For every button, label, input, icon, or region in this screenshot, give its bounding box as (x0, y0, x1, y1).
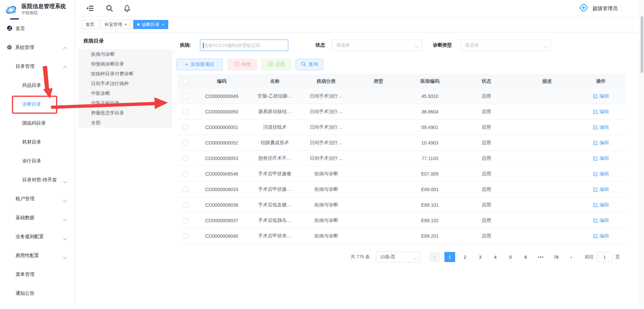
page-size-select[interactable]: 10条/页 (376, 252, 420, 262)
add-item-button[interactable]: + 添加新项目 (176, 59, 223, 70)
sidebar-item-basic-data[interactable]: 基础数据 (0, 208, 75, 227)
edit-button[interactable]: 编辑 (593, 155, 609, 161)
edit-button[interactable]: 编辑 (593, 186, 609, 192)
sidebar-item-menu-management[interactable]: 菜单管理 (0, 265, 75, 284)
page-button-3[interactable]: 3 (475, 252, 486, 262)
sidebar-item-catalog-mapping[interactable]: 目录对照-待开发 (0, 171, 75, 189)
edit-button[interactable]: 编辑 (593, 202, 609, 208)
sidebar-item-business-rules[interactable]: 业务规则配置 (0, 227, 75, 246)
page-button-2[interactable]: 2 (460, 252, 470, 262)
catalog-item-tumor-morphology[interactable]: 肿瘤形态学目录 (78, 108, 172, 118)
cell-category: 疾病与诊断 (300, 186, 352, 192)
edit-button[interactable]: 编辑 (593, 140, 609, 146)
catalog-item-special-chronic[interactable]: 特慢病诊断目录 (78, 59, 172, 69)
edit-button[interactable]: 编辑 (593, 93, 609, 99)
catalog-item-tcm-diagnosis[interactable]: 中医诊断 (78, 88, 172, 98)
edit-button[interactable]: 编辑 (593, 217, 609, 224)
page-scrollbar[interactable] (640, 0, 644, 309)
row-checkbox[interactable] (183, 94, 188, 99)
catalog-item-disease-diagnosis[interactable]: 疾病与诊断 (78, 49, 172, 59)
close-icon[interactable]: × (162, 22, 165, 27)
tab-department-management[interactable]: 科室管理 × (100, 20, 131, 29)
disease-search-input[interactable] (204, 43, 288, 48)
sidebar-item-notice[interactable]: 通知公告 (0, 284, 75, 303)
row-checkbox[interactable] (183, 202, 188, 208)
diagnosis-type-select[interactable]: 请选择 (461, 40, 551, 51)
cell-insurance-code: 09.4901 (405, 125, 455, 130)
jump-page-input[interactable] (597, 252, 612, 262)
row-checkbox[interactable] (183, 140, 188, 146)
sidebar-item-national-code-catalog[interactable]: 国临码目录 (0, 114, 75, 133)
tab-diagnosis-catalog[interactable]: 诊断目录 × (133, 20, 169, 29)
row-checkbox[interactable] (183, 233, 188, 239)
catalog-item-pay-by-disease[interactable]: 按病种目录付费诊断 (78, 69, 172, 79)
page-button-78[interactable]: 78 (551, 252, 561, 262)
query-button[interactable]: 查询 (296, 59, 323, 70)
sidebar-item-label: 耗材目录 (22, 139, 41, 145)
search-icon[interactable] (106, 5, 113, 12)
sidebar-item-label: 目录对照-待开发 (22, 177, 57, 183)
row-checkbox[interactable] (183, 187, 188, 192)
cell-name: 空肠-乙状结肠… (250, 93, 300, 99)
sidebar-item-tenant-management[interactable]: 租户管理 (0, 189, 75, 208)
tab-home[interactable]: 首页 (82, 20, 98, 29)
sidebar-item-catalog-management[interactable]: 目录管理 (0, 57, 75, 76)
chevron-down-icon (415, 44, 418, 49)
row-checkbox[interactable] (183, 156, 188, 161)
cell-status: 启用 (455, 217, 518, 224)
cell-code: CD0000008040 (194, 233, 250, 239)
edit-button[interactable]: 编辑 (593, 124, 609, 130)
col-insurance-code: 医保编码 (405, 78, 455, 84)
page-button-4[interactable]: 4 (490, 252, 501, 262)
sidebar-item-label: 易用性配置 (16, 253, 39, 259)
catalog-item-day-surgery[interactable]: 日间手术治疗病种 (78, 79, 172, 88)
sidebar-item-system-management[interactable]: 系统管理 (0, 38, 75, 57)
sidebar-item-usability-config[interactable]: 易用性配置 (0, 246, 75, 265)
row-checkbox[interactable] (183, 218, 188, 223)
sidebar-item-drug-catalog[interactable]: 药品目录 (0, 76, 75, 95)
sidebar-item-diagnosis-catalog[interactable]: 诊断目录 (0, 95, 75, 114)
row-checkbox[interactable] (183, 109, 188, 114)
gear-icon (7, 45, 12, 51)
status-select[interactable]: 请选择 (332, 40, 422, 51)
table-row: CD0000008037 手术后低胰岛… 疾病与诊断 E89.102 启用 编辑 (177, 213, 625, 228)
cell-category: 疾病与诊断 (300, 171, 352, 177)
chevron-down-icon (64, 254, 67, 257)
edit-icon (593, 94, 598, 99)
page-unit-label: 页 (615, 254, 620, 260)
table-row: CD0000000052 结膜囊成形术 日间手术治疗… 10.4903 启用 编… (177, 135, 625, 151)
edit-button[interactable]: 编辑 (593, 233, 609, 239)
cell-insurance-code: E89.001 (405, 187, 455, 192)
edit-button[interactable]: 编辑 (593, 171, 609, 177)
bell-icon[interactable] (124, 5, 130, 12)
select-placeholder: 请选择 (336, 42, 350, 48)
col-category: 疾病分类 (300, 78, 352, 84)
scrollbar-thumb[interactable] (641, 16, 643, 73)
sidebar-fold-icon[interactable] (86, 5, 94, 11)
row-checkbox[interactable] (183, 171, 188, 177)
edit-button[interactable]: 编辑 (593, 109, 609, 115)
cell-insurance-code: E89.102 (405, 218, 455, 223)
catalog-item-all[interactable]: 全部 (78, 118, 172, 128)
cell-status: 启用 (455, 155, 518, 161)
page-button-6[interactable]: 6 (520, 252, 531, 262)
sidebar-item-treatment-catalog[interactable]: 诊疗目录 (0, 152, 75, 171)
row-checkbox[interactable] (183, 125, 188, 130)
sidebar-item-home[interactable]: 首页 (0, 19, 75, 38)
page-button-1[interactable]: 1 (444, 252, 455, 262)
chevron-up-icon (64, 65, 67, 68)
next-page-button[interactable]: › (566, 252, 577, 262)
more-pages-icon[interactable]: ••• (535, 252, 546, 262)
sidebar-item-consumables-catalog[interactable]: 耗材目录 (0, 133, 75, 152)
edit-icon (593, 218, 598, 223)
edit-icon (593, 140, 598, 145)
prev-page-button[interactable]: ‹ (429, 252, 440, 262)
close-icon[interactable]: × (124, 22, 127, 27)
enable-button[interactable]: 启用 (262, 59, 291, 70)
disable-button[interactable]: 停用 (228, 59, 257, 70)
page-button-5[interactable]: 5 (505, 252, 516, 262)
select-all-checkbox[interactable] (183, 79, 188, 84)
user-menu[interactable]: 超级管理员 (579, 0, 618, 17)
table-row: CD0000000053 肋骨切开术不… 日间手术治疗… 77.1103 启用 … (177, 151, 625, 166)
catalog-item-tcm-syndrome[interactable]: 中医证候目录 (78, 98, 172, 108)
